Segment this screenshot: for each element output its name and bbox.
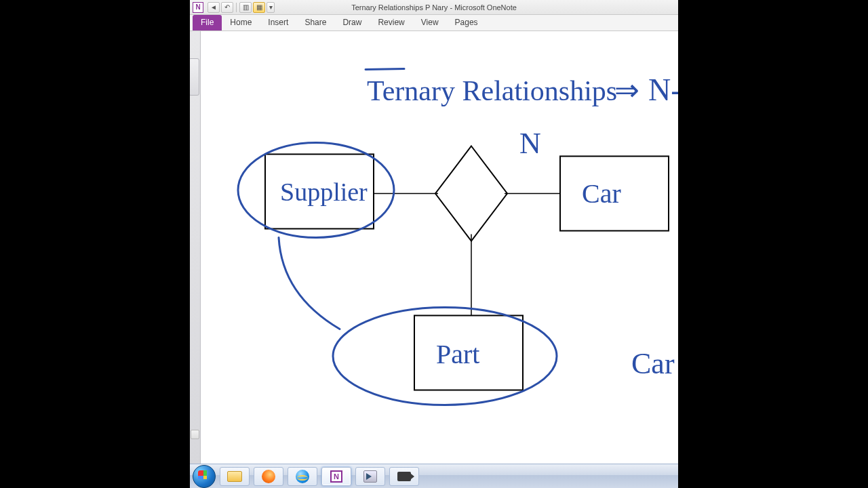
note-canvas[interactable]: Ternary Relationships ⇒ N- N Supplier [201,31,678,464]
relationship-diamond [435,146,507,241]
taskbar-player[interactable] [355,467,385,486]
n-right-label: N- [648,73,678,107]
player-icon [363,470,377,483]
entity-part-label: Part [436,339,479,369]
vertical-scroll-thumb[interactable] [191,430,199,439]
taskbar-camera[interactable] [389,467,419,486]
onenote-icon: N [330,470,342,483]
tab-review[interactable]: Review [370,15,412,30]
diagram-title: Ternary Relationships [367,75,617,106]
tab-view[interactable]: View [413,15,447,30]
n-top-label: N [519,127,541,160]
qat-select-button[interactable]: ▦ [253,2,265,13]
supplier-part-link [279,238,340,329]
folder-icon [227,471,242,482]
side-car-text: Car [631,347,675,380]
firefox-icon [262,470,275,483]
app-icon: N [193,2,203,13]
ribbon-tabs: File Home Insert Share Draw Review View … [190,15,678,31]
tab-file[interactable]: File [193,15,222,30]
qat-back-button[interactable]: ◄ [208,2,220,13]
tab-home[interactable]: Home [222,15,260,30]
vertical-scrollbar[interactable] [190,31,201,441]
tab-insert[interactable]: Insert [260,15,296,30]
taskbar-explorer[interactable] [220,467,250,486]
qat-layout-button[interactable]: ▥ [239,2,252,13]
taskbar-firefox[interactable] [254,467,283,486]
diagram-svg: Ternary Relationships ⇒ N- N Supplier [201,31,678,464]
camera-icon [397,472,411,481]
quick-access-toolbar: ◄ ↶ ▥ ▦ ▾ [208,2,275,13]
qat-customize-button[interactable]: ▾ [267,2,275,13]
tab-draw[interactable]: Draw [334,15,370,30]
onenote-window: N ◄ ↶ ▥ ▦ ▾ Ternary Relationships P Nary… [190,0,678,488]
arrow-glyph: ⇒ [614,74,639,107]
title-bar: N ◄ ↶ ▥ ▦ ▾ Ternary Relationships P Nary… [190,0,678,15]
taskbar-ie[interactable] [288,467,317,486]
workspace: Ternary Relationships ⇒ N- N Supplier [190,31,678,488]
qat-separator [236,3,237,12]
ie-icon [296,470,309,483]
entity-supplier-label: Supplier [280,178,368,206]
qat-undo-button[interactable]: ↶ [221,2,233,13]
start-button[interactable] [193,465,216,488]
svg-line-0 [366,69,404,70]
windows-taskbar: N [190,464,678,488]
taskbar-onenote[interactable]: N [321,467,351,486]
tab-pages[interactable]: Pages [447,15,486,30]
entity-car-label: Car [582,178,621,209]
tab-share[interactable]: Share [296,15,334,30]
nav-pane-sliver[interactable] [190,31,201,464]
